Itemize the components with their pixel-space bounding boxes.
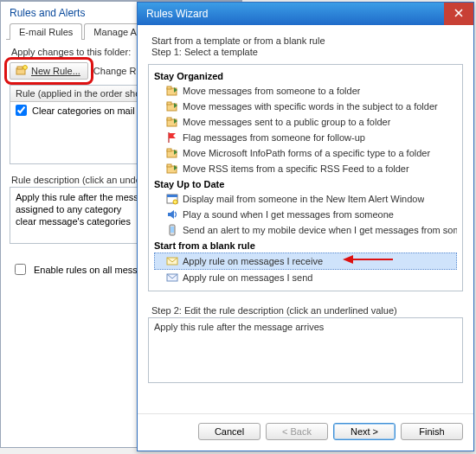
- flag-icon: [166, 131, 178, 144]
- svg-rect-4: [167, 86, 171, 89]
- template-label: Apply rule on messages I receive: [183, 254, 323, 268]
- svg-rect-12: [167, 164, 171, 167]
- move-folder-icon: [166, 147, 178, 159]
- rule-checkbox[interactable]: [16, 105, 27, 116]
- finish-button[interactable]: Finish: [401, 423, 463, 440]
- template-item-send[interactable]: Apply rule on messages I send: [154, 270, 457, 285]
- template-item[interactable]: Play a sound when I get messages from so…: [154, 207, 457, 222]
- enable-rss-rules-checkbox[interactable]: [15, 264, 26, 275]
- template-tree: Stay Organized Move messages from someon…: [148, 64, 463, 291]
- wizard-title: Rules Wizard: [146, 8, 208, 20]
- template-label: Move messages from someone to a folder: [183, 84, 360, 98]
- template-item[interactable]: Move messages with specific words in the…: [154, 99, 457, 114]
- move-folder-icon: [166, 100, 178, 112]
- template-label: Display mail from someone in the New Ite…: [183, 192, 424, 206]
- template-item-receive[interactable]: Apply rule on messages I receive: [154, 253, 457, 270]
- svg-rect-6: [167, 102, 171, 105]
- section-stay-up-to-date: Stay Up to Date: [154, 176, 457, 191]
- envelope-out-icon: [166, 272, 178, 284]
- svg-rect-17: [170, 227, 174, 233]
- mobile-icon: [166, 224, 178, 236]
- template-item[interactable]: Display mail from someone in the New Ite…: [154, 191, 457, 207]
- section-stay-organized: Stay Organized: [154, 68, 457, 83]
- svg-rect-10: [167, 149, 171, 151]
- rules-wizard-window: Rules Wizard Start from a template or fr…: [137, 2, 474, 451]
- svg-rect-1: [17, 67, 23, 69]
- template-item[interactable]: Move messages from someone to a folder: [154, 83, 457, 99]
- template-item[interactable]: Flag messages from someone for follow-up: [154, 130, 457, 145]
- step2-text: Apply this rule after the message arrive…: [154, 322, 324, 332]
- close-icon: [454, 8, 463, 20]
- template-item[interactable]: Move RSS items from a specific RSS Feed …: [154, 161, 457, 176]
- template-label: Send an alert to my mobile device when I…: [183, 223, 457, 237]
- template-item[interactable]: Move Microsoft InfoPath forms of a speci…: [154, 145, 457, 161]
- svg-point-15: [173, 200, 177, 204]
- close-button[interactable]: [444, 3, 473, 25]
- template-label: Flag messages from someone for follow-up: [183, 131, 365, 144]
- back-button[interactable]: < Back: [266, 423, 328, 440]
- red-arrow-annotation: [343, 254, 393, 268]
- template-label: Move messages sent to a public group to …: [183, 115, 390, 129]
- template-label: Apply rule on messages I send: [183, 271, 312, 285]
- new-rule-icon: [16, 65, 28, 77]
- section-start-blank: Start from a blank rule: [154, 238, 457, 253]
- envelope-in-icon: [166, 255, 178, 267]
- move-folder-icon: [166, 163, 178, 175]
- template-item[interactable]: Send an alert to my mobile device when I…: [154, 222, 457, 238]
- new-rule-button[interactable]: New Rule...: [10, 62, 88, 80]
- cancel-button[interactable]: Cancel: [198, 423, 261, 440]
- wizard-intro: Start from a template or from a blank ru…: [148, 32, 463, 47]
- template-label: Move RSS items from a specific RSS Feed …: [183, 162, 409, 176]
- svg-rect-14: [167, 195, 177, 197]
- svg-rect-8: [167, 118, 171, 120]
- tab-email-rules[interactable]: E-mail Rules: [10, 23, 82, 40]
- window-buttons: [444, 3, 473, 25]
- next-button[interactable]: Next >: [333, 423, 396, 440]
- template-item[interactable]: Move messages sent to a public group to …: [154, 114, 457, 130]
- sound-icon: [166, 208, 178, 221]
- svg-point-2: [23, 66, 28, 70]
- move-folder-icon: [166, 85, 178, 97]
- step1-label: Step 1: Select a template: [148, 47, 463, 61]
- wizard-titlebar: Rules Wizard: [138, 3, 473, 25]
- template-label: Move messages with specific words in the…: [183, 99, 438, 113]
- new-rule-label: New Rule...: [31, 66, 80, 76]
- template-label: Move Microsoft InfoPath forms of a speci…: [183, 146, 430, 160]
- template-label: Play a sound when I get messages from so…: [183, 208, 394, 221]
- wizard-button-row: Cancel < Back Next > Finish: [138, 413, 473, 451]
- alert-window-icon: [166, 193, 178, 205]
- step2-label: Step 2: Edit the rule description (click…: [148, 291, 463, 317]
- wizard-body: Start from a template or from a blank ru…: [138, 25, 473, 413]
- move-folder-icon: [166, 116, 178, 128]
- step2-description-box: Apply this rule after the message arrive…: [148, 317, 463, 383]
